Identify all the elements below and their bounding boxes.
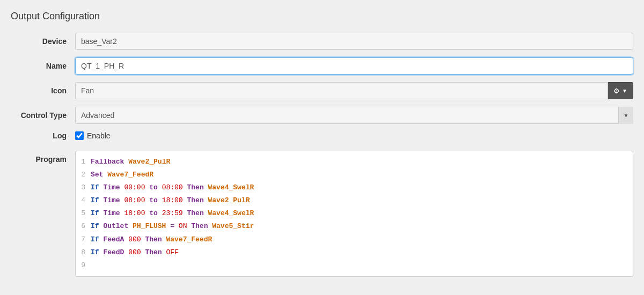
code-token: Set [91, 171, 107, 179]
code-token: to [145, 196, 162, 204]
name-row: Name [11, 57, 633, 75]
code-token: 08:00 [162, 183, 183, 191]
line-number: 5 [76, 208, 91, 219]
code-token: If [91, 183, 103, 191]
name-control [75, 57, 633, 75]
line-content: If Time 08:00 to 18:00 Then Wave2_PulR [91, 195, 633, 206]
line-content: Set Wave7_FeedR [91, 169, 633, 181]
code-token: Wave7_FeedR [166, 235, 212, 244]
log-label: Log [11, 131, 75, 140]
code-token: to [145, 183, 162, 191]
code-line: 8If FeedD 000 Then OFF [76, 246, 633, 259]
code-token: If [91, 196, 103, 204]
device-row: Device [11, 33, 633, 50]
code-token: Wave5_Stir [212, 222, 254, 230]
control-type-row: Control Type Advanced ▼ [11, 107, 633, 124]
code-token: Then [141, 235, 166, 244]
code-token: 00:00 [124, 183, 145, 191]
chevron-down-icon: ▼ [622, 88, 627, 94]
log-row: Log Enable [11, 131, 633, 140]
code-token: Then [183, 183, 208, 191]
code-token: Wave7_FeedR [107, 171, 153, 179]
code-token: to [145, 209, 162, 217]
program-editor[interactable]: 1Fallback Wave2_PulR2Set Wave7_FeedR3If … [75, 151, 633, 277]
code-token: = [166, 222, 178, 230]
code-line: 7If FeedA 000 Then Wave7_FeedR [76, 233, 633, 246]
line-number: 2 [76, 169, 91, 181]
icon-label: Icon [11, 86, 75, 95]
code-line: 4If Time 08:00 to 18:00 Then Wave2_PulR [76, 194, 633, 207]
code-token: Then [187, 222, 212, 230]
line-number: 4 [76, 195, 91, 206]
code-token: 08:00 [124, 196, 145, 204]
line-content: If FeedA 000 Then Wave7_FeedR [91, 234, 633, 246]
code-token: If [91, 248, 103, 256]
code-line: 2Set Wave7_FeedR [76, 168, 633, 181]
page-title: Output Configuration [11, 11, 633, 22]
device-label: Device [11, 37, 75, 46]
line-content: If Time 18:00 to 23:59 Then Wave4_SwelR [91, 208, 633, 219]
code-token: Wave4_SwelR [208, 183, 254, 191]
line-content: If Outlet PH_FLUSH = ON Then Wave5_Stir [91, 220, 633, 232]
output-configuration-page: Output Configuration Device Name Icon ⚙ [0, 0, 644, 277]
code-token: FeedA [103, 235, 128, 244]
line-number: 6 [76, 220, 91, 232]
line-content: If FeedD 000 Then OFF [91, 247, 633, 259]
code-token: If [91, 235, 103, 244]
icon-row: Icon ⚙ ▼ [11, 82, 633, 99]
code-token: ON [179, 222, 187, 230]
line-content: Fallback Wave2_PulR [91, 156, 633, 168]
line-number: 1 [76, 156, 91, 168]
log-control: Enable [75, 131, 633, 140]
icon-input[interactable] [75, 82, 608, 99]
code-token: If [91, 209, 103, 217]
line-number: 8 [76, 247, 91, 259]
control-type-select-wrap: Advanced ▼ [75, 107, 633, 124]
code-token: FeedD [103, 248, 128, 256]
line-content: If Time 00:00 to 08:00 Then Wave4_SwelR [91, 182, 633, 194]
code-token: Time [103, 196, 124, 204]
code-token: 23:59 [162, 209, 183, 217]
code-line: 1Fallback Wave2_PulR [76, 156, 633, 168]
device-control [75, 33, 633, 50]
code-token: 000 [128, 248, 141, 256]
icon-control: ⚙ ▼ [75, 82, 633, 99]
icon-picker-button[interactable]: ⚙ ▼ [608, 82, 633, 99]
name-label: Name [11, 62, 75, 70]
program-label: Program [11, 151, 75, 164]
code-token: Time [103, 183, 124, 191]
code-line: 9 [76, 259, 633, 272]
log-checkbox-row: Enable [75, 131, 633, 140]
control-type-select[interactable]: Advanced [75, 107, 633, 124]
code-token: Outlet [103, 222, 133, 230]
code-token: If [91, 222, 103, 230]
line-number: 7 [76, 234, 91, 246]
code-line: 3If Time 00:00 to 08:00 Then Wave4_SwelR [76, 181, 633, 194]
device-input[interactable] [75, 33, 633, 50]
code-token: Time [103, 209, 124, 217]
log-enable-label: Enable [87, 131, 111, 140]
code-line: 5If Time 18:00 to 23:59 Then Wave4_SwelR [76, 207, 633, 220]
code-line: 6If Outlet PH_FLUSH = ON Then Wave5_Stir [76, 220, 633, 233]
code-token: 18:00 [124, 209, 145, 217]
code-token: Wave2_PulR [128, 158, 170, 166]
icon-row-inner: ⚙ ▼ [75, 82, 633, 99]
line-number: 3 [76, 182, 91, 194]
gear-icon: ⚙ [613, 87, 620, 95]
code-token: OFF [166, 248, 178, 256]
line-number: 9 [76, 260, 91, 271]
control-type-control: Advanced ▼ [75, 107, 633, 124]
code-token: Wave2_PulR [208, 196, 250, 204]
code-token: Fallback [91, 158, 128, 166]
control-type-label: Control Type [11, 111, 75, 120]
log-enable-checkbox[interactable] [75, 131, 84, 140]
program-section: Program 1Fallback Wave2_PulR2Set Wave7_F… [11, 151, 633, 277]
form-section: Device Name Icon ⚙ ▼ [11, 33, 633, 277]
name-input[interactable] [75, 57, 633, 75]
code-token: Then [141, 248, 166, 256]
code-token: PH_FLUSH [133, 222, 166, 230]
code-token: Then [183, 196, 208, 204]
code-token: Wave4_SwelR [208, 209, 254, 217]
code-token: 000 [128, 235, 141, 244]
code-token: 18:00 [162, 196, 183, 204]
